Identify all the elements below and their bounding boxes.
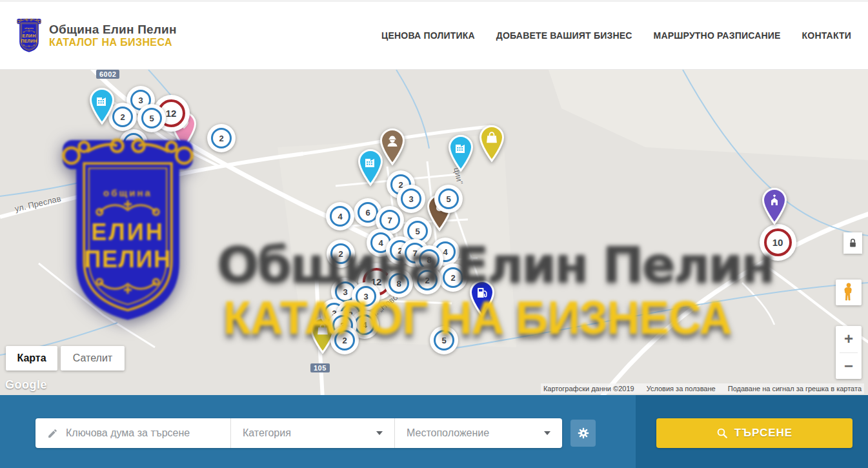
pegman-button[interactable] (836, 280, 862, 305)
lock-button[interactable] (843, 232, 862, 254)
search-bar: Категория Местоположение (0, 395, 868, 468)
brand-text: Община Елин Пелин КАТАЛОГ НА БИЗНЕСА (49, 23, 177, 48)
cluster-count: 5 (438, 188, 459, 209)
factory-pin-marker[interactable] (446, 132, 476, 175)
factory-pin-marker[interactable] (356, 147, 385, 189)
google-logo[interactable]: Google (5, 378, 47, 392)
cluster-count: 2 (443, 267, 463, 288)
cluster-count: 5 (407, 221, 428, 241)
road-number-label: 105 (310, 363, 330, 372)
watermark-crest (55, 137, 201, 323)
zoom-control: + − (836, 326, 862, 379)
search-submit-label: ТЪРСЕНЕ (734, 427, 792, 440)
cluster-marker[interactable]: 5 (137, 104, 166, 132)
cluster-count: 4 (354, 314, 375, 335)
search-submit-button[interactable]: ТЪРСЕНЕ (656, 418, 853, 448)
municipality-logo-icon (15, 18, 43, 53)
cluster-count: 2 (334, 330, 355, 351)
street-name-label: ул. Преслав (14, 194, 62, 214)
pencil-icon (47, 428, 58, 439)
cluster-count: 7 (379, 210, 400, 230)
map-type-control: Карта Сателит (6, 346, 125, 371)
chevron-down-icon (544, 431, 550, 435)
nav-contacts[interactable]: КОНТАКТИ (802, 30, 851, 41)
search-input-group: Категория Местоположение (35, 418, 562, 448)
nav-add-your-business[interactable]: ДОБАВЕТЕ ВАШИЯТ БИЗНЕС (496, 30, 632, 41)
category-dropdown-label: Категория (243, 427, 291, 439)
church-pin-marker[interactable] (760, 185, 789, 228)
cluster-marker[interactable]: 2 (439, 263, 467, 292)
cluster-marker[interactable]: 5 (430, 326, 458, 354)
cluster-count: 5 (141, 108, 162, 128)
location-dropdown[interactable]: Местоположение (395, 418, 562, 448)
cluster-count: 4 (330, 206, 350, 227)
map-attribution: Картографски данни ©2019 Условия за полз… (541, 383, 864, 394)
cluster-count: 2 (330, 243, 351, 264)
advanced-search-button[interactable] (570, 420, 596, 447)
factory-pin-marker[interactable] (87, 85, 117, 128)
map-type-map-button[interactable]: Карта (6, 346, 57, 371)
main-nav: ЦЕНОВА ПОЛИТИКА ДОБАВЕТЕ ВАШИЯТ БИЗНЕС М… (381, 30, 851, 41)
gear-icon (577, 427, 590, 440)
keyword-search-input[interactable] (65, 427, 230, 440)
cluster-marker[interactable]: 2 (207, 124, 236, 152)
cluster-count: 8 (389, 273, 409, 294)
cluster-marker[interactable]: 2 (330, 326, 359, 354)
zoom-in-button[interactable]: + (836, 326, 862, 352)
google-map[interactable]: 6002105ул. Преславбул. „Новоселции" 2123… (0, 70, 868, 395)
category-dropdown[interactable]: Категория (231, 418, 394, 448)
cluster-marker[interactable]: 10 (760, 224, 796, 261)
bag-pin-marker[interactable] (477, 123, 507, 165)
lock-icon (849, 238, 857, 248)
cluster-count: 5 (434, 330, 454, 351)
cluster-count: 2 (417, 270, 438, 290)
fuel-pin-marker[interactable] (467, 278, 497, 320)
cluster-marker[interactable]: 2 (327, 239, 355, 268)
search-icon (716, 427, 728, 439)
nav-pricing-policy[interactable]: ЦЕНОВА ПОЛИТИКА (381, 30, 475, 41)
attribution-copyright: Картографски данни ©2019 (543, 385, 634, 392)
attribution-report-error-link[interactable]: Подаване на сигнал за грешка в картата (728, 385, 862, 392)
map-type-satellite-button[interactable]: Сателит (61, 346, 125, 371)
cluster-count: 3 (401, 188, 421, 209)
zoom-out-button[interactable]: − (836, 353, 862, 380)
cluster-marker[interactable]: 2 (119, 129, 148, 158)
cluster-count: 10 (764, 229, 792, 256)
cluster-marker[interactable]: 4 (326, 202, 354, 230)
cluster-count: 2 (211, 128, 232, 148)
road-number-label: 6002 (96, 70, 119, 79)
cluster-count: 2 (123, 133, 144, 154)
cluster-marker[interactable]: 3 (397, 185, 425, 213)
brand-subtitle: КАТАЛОГ НА БИЗНЕСА (49, 37, 177, 48)
cluster-marker[interactable]: 8 (385, 269, 413, 298)
pegman-icon (843, 283, 854, 302)
brand-title: Община Елин Пелин (49, 23, 177, 37)
nav-route-schedule[interactable]: МАРШРУТНО РАЗПИСАНИЕ (654, 30, 781, 41)
cluster-marker[interactable]: 5 (434, 185, 463, 213)
location-dropdown-label: Местоположение (407, 427, 489, 439)
cluster-marker[interactable]: 2 (413, 266, 441, 294)
chevron-down-icon (376, 431, 383, 435)
brand[interactable]: Община Елин Пелин КАТАЛОГ НА БИЗНЕСА (15, 18, 177, 53)
keyword-section (35, 418, 230, 448)
attribution-terms-link[interactable]: Условия за ползване (647, 385, 716, 392)
site-header: Община Елин Пелин КАТАЛОГ НА БИЗНЕСА ЦЕН… (0, 0, 868, 70)
